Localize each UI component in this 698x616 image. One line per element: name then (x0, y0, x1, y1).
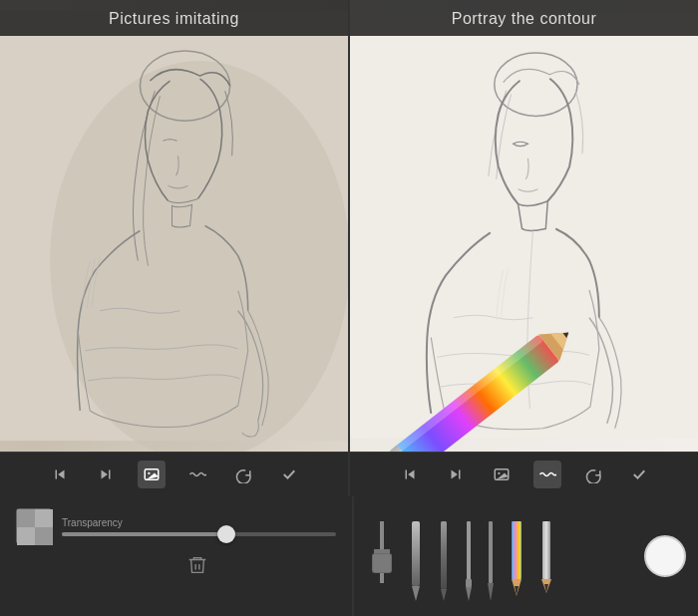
redo-right-btn[interactable] (579, 461, 607, 488)
svg-rect-30 (467, 521, 471, 581)
svg-rect-33 (489, 521, 493, 583)
color-picker-circle[interactable] (644, 535, 686, 577)
svg-point-4 (148, 472, 150, 474)
left-panel-title: Pictures imitating (0, 0, 348, 36)
main-area: Pictures imitating (0, 0, 698, 496)
forward-right-btn[interactable] (442, 461, 470, 488)
transparency-fill (62, 532, 226, 536)
wave-right-btn[interactable] (533, 461, 561, 488)
right-panel: Portray the contour (350, 0, 698, 496)
brush-roller[interactable] (366, 511, 398, 601)
svg-rect-26 (412, 521, 420, 586)
left-sketch-svg (0, 0, 348, 452)
svg-rect-22 (374, 549, 390, 553)
brush-pencil2[interactable] (535, 511, 557, 601)
transparency-row: Transparency (16, 508, 336, 544)
svg-marker-32 (466, 587, 472, 601)
rewind-right-btn[interactable] (396, 461, 424, 488)
svg-rect-31 (466, 579, 472, 587)
svg-rect-25 (380, 573, 384, 583)
svg-marker-29 (441, 589, 447, 601)
svg-rect-20 (17, 509, 53, 545)
brush-chalk2[interactable] (434, 511, 454, 601)
image-right-btn[interactable] (488, 461, 516, 488)
right-panel-title: Portray the contour (350, 0, 698, 36)
right-toolbar (350, 452, 698, 496)
svg-rect-39 (542, 521, 550, 579)
transparency-label: Transparency (62, 517, 336, 528)
left-panel: Pictures imitating (0, 0, 350, 496)
svg-rect-21 (380, 521, 384, 551)
brush-pen1[interactable] (462, 511, 476, 601)
svg-marker-34 (488, 583, 494, 601)
redo-left-btn[interactable] (229, 461, 257, 488)
rewind-left-btn[interactable] (46, 461, 74, 488)
transparency-slider-container: Transparency (62, 517, 336, 536)
brush-pencil-color[interactable] (506, 511, 527, 601)
svg-rect-28 (441, 521, 447, 589)
delete-button[interactable] (186, 554, 208, 581)
left-toolbar (0, 452, 348, 496)
svg-rect-36 (512, 521, 522, 579)
transparency-thumb[interactable] (217, 525, 235, 543)
brush-pen2[interactable] (484, 511, 498, 601)
transparency-track[interactable] (62, 532, 336, 536)
wave-left-btn[interactable] (183, 461, 211, 488)
check-left-btn[interactable] (275, 461, 303, 488)
left-sketch-area (0, 0, 348, 452)
layer-thumbnail (16, 508, 52, 544)
image-left-btn[interactable] (138, 461, 166, 488)
brush-chalk1[interactable] (406, 511, 426, 601)
bottom-left-panel: Transparency (0, 496, 354, 616)
right-sketch-area (350, 0, 698, 452)
svg-point-15 (498, 472, 500, 474)
svg-rect-24 (373, 554, 391, 572)
bottom-section: Transparency (0, 496, 698, 616)
check-right-btn[interactable] (625, 461, 653, 488)
forward-left-btn[interactable] (92, 461, 120, 488)
brush-palette (354, 496, 698, 616)
svg-marker-27 (412, 586, 420, 601)
